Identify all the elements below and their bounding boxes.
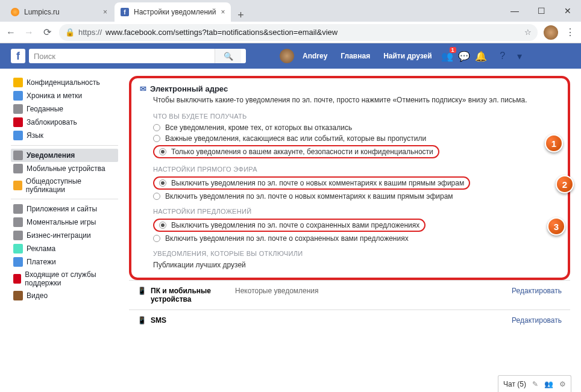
radio-live-on[interactable]: Включить уведомления по эл. почте о новы… <box>153 192 559 201</box>
sidebar-icon <box>13 217 23 227</box>
browser-tabstrip: Lumpics.ru × f Настройки уведомлений × +… <box>0 0 581 22</box>
sidebar-item[interactable]: Хроника и метки <box>11 89 118 102</box>
sidebar-label: Видео <box>27 291 48 300</box>
sidebar-item[interactable]: Мобильные устройства <box>11 162 118 175</box>
gear-icon[interactable]: ⚙ <box>559 380 566 388</box>
sidebar-label: Мобильные устройства <box>27 164 105 173</box>
setting-row: 📱 ПК и мобильные устройства Некоторые ув… <box>129 280 570 310</box>
sidebar: КонфиденциальностьХроника и меткиГеоданн… <box>11 76 118 331</box>
radio-account-only[interactable]: Только уведомления о вашем аккаунте, без… <box>153 145 559 158</box>
user-name[interactable]: Andrey <box>298 52 332 60</box>
close-icon[interactable]: × <box>103 8 107 16</box>
badge-count: 1 <box>450 47 456 53</box>
sidebar-label: Моментальные игры <box>27 218 96 226</box>
row-icon: 📱 <box>137 316 147 325</box>
sidebar-item[interactable]: Конфиденциальность <box>11 76 118 89</box>
maximize-button[interactable]: ☐ <box>528 0 554 22</box>
bell-icon[interactable]: 🔔 <box>474 49 488 63</box>
subhead-live: НАСТРОЙКИ ПРЯМОГО ЭФИРА <box>153 166 559 173</box>
sidebar-label: Бизнес-интеграции <box>27 231 91 240</box>
tab-title: Lumpics.ru <box>24 8 60 16</box>
marker-1: 1 <box>545 134 563 152</box>
sidebar-item[interactable]: Моментальные игры <box>11 216 118 229</box>
email-settings-panel: ✉ Электронный адрес Чтобы выключить каки… <box>129 76 570 280</box>
row-label: ПК и мобильные устройства <box>151 287 235 303</box>
close-window-button[interactable]: ✕ <box>554 0 581 22</box>
bookmark-icon[interactable]: ☆ <box>524 28 532 37</box>
sidebar-icon <box>13 151 23 160</box>
nav-home[interactable]: Главная <box>336 52 375 60</box>
minimize-button[interactable]: — <box>501 0 528 22</box>
forward-icon[interactable]: → <box>23 27 35 38</box>
sidebar-item[interactable]: Видео <box>11 289 118 302</box>
row-value: Некоторые уведомления <box>235 287 512 295</box>
sidebar-icon <box>13 244 23 254</box>
new-tab-button[interactable]: + <box>232 9 249 22</box>
sidebar-icon <box>13 291 23 300</box>
sidebar-item[interactable]: Геоданные <box>11 102 118 116</box>
address-bar[interactable]: 🔒 https://www.facebook.com/settings?tab=… <box>59 24 538 41</box>
url-text: www.facebook.com/settings?tab=notificati… <box>105 28 338 37</box>
fb-logo[interactable]: f <box>11 49 25 63</box>
sidebar-item[interactable]: Уведомления <box>11 149 118 162</box>
sidebar-item[interactable]: Приложения и сайты <box>11 202 118 216</box>
content: КонфиденциальностьХроника и меткиГеоданн… <box>0 69 581 338</box>
back-icon[interactable]: ← <box>5 27 17 38</box>
radio-live-off[interactable]: Выключить уведомления по эл. почте о нов… <box>153 176 559 190</box>
marker-3: 3 <box>547 217 565 235</box>
friends-icon[interactable]: 👥1 <box>441 49 454 63</box>
setting-row: 📱 SMS Редактировать <box>129 310 570 331</box>
fb-search[interactable]: Поиск 🔍 <box>29 49 246 63</box>
lock-icon: 🔒 <box>65 28 75 37</box>
menu-icon[interactable]: ⋮ <box>564 26 576 38</box>
row-label: SMS <box>151 316 235 325</box>
close-icon[interactable]: × <box>221 8 225 16</box>
tab-facebook[interactable]: f Настройки уведомлений × <box>115 2 231 22</box>
sidebar-item[interactable]: Общедоступные публикации <box>11 175 118 196</box>
edit-link[interactable]: Редактировать <box>512 316 562 325</box>
sidebar-icon <box>13 131 23 140</box>
nav-friends[interactable]: Найти друзей <box>378 52 436 60</box>
url-bar: ← → ⟳ 🔒 https://www.facebook.com/setting… <box>0 22 581 43</box>
main: ✉ Электронный адрес Чтобы выключить каки… <box>129 76 570 331</box>
sidebar-item[interactable]: Бизнес-интеграции <box>11 229 118 242</box>
sidebar-label: Входящие от службы поддержки <box>25 270 116 287</box>
sidebar-item[interactable]: Входящие от службы поддержки <box>11 269 118 289</box>
sidebar-item[interactable]: Платежи <box>11 255 118 269</box>
mail-icon: ✉ <box>140 84 146 93</box>
sidebar-item[interactable]: Язык <box>11 129 118 142</box>
profile-avatar[interactable] <box>544 25 558 40</box>
chat-bar[interactable]: Чат (5) ✎ 👥 ⚙ <box>498 375 571 392</box>
people-icon[interactable]: 👥 <box>544 380 553 388</box>
window-controls: — ☐ ✕ <box>501 0 581 22</box>
compose-icon[interactable]: ✎ <box>532 380 538 388</box>
tab-lumpics[interactable]: Lumpics.ru × <box>5 2 113 22</box>
reload-icon[interactable]: ⟳ <box>41 26 53 38</box>
edit-link[interactable]: Редактировать <box>512 287 562 295</box>
sidebar-label: Хроника и метки <box>27 92 82 100</box>
url-prefix: https:// <box>78 28 102 37</box>
messenger-icon[interactable]: 💬 <box>457 49 471 63</box>
tab-title: Настройки уведомлений <box>134 8 216 16</box>
dropdown-icon[interactable]: ▾ <box>513 49 526 63</box>
sidebar-icon <box>13 78 23 87</box>
sidebar-icon <box>13 231 23 240</box>
sidebar-label: Платежи <box>27 258 56 266</box>
radio-all[interactable]: Все уведомления, кроме тех, от которых в… <box>153 123 559 132</box>
sidebar-label: Заблокировать <box>27 118 77 126</box>
search-placeholder: Поиск <box>34 52 55 61</box>
radio-offers-on[interactable]: Включить уведомления по эл. почте о сохр… <box>153 234 559 243</box>
radio-offers-off[interactable]: Выключить уведомления по эл. почте о сох… <box>153 219 559 232</box>
sidebar-item[interactable]: Заблокировать <box>11 116 118 129</box>
sidebar-label: Язык <box>27 131 43 140</box>
search-icon[interactable]: 🔍 <box>215 49 241 63</box>
help-icon[interactable]: ? <box>496 49 509 63</box>
sidebar-label: Геоданные <box>27 105 63 113</box>
user-avatar[interactable] <box>280 49 294 63</box>
subhead-offers: НАСТРОЙКИ ПРЕДЛОЖЕНИЙ <box>153 208 559 215</box>
sidebar-label: Приложения и сайты <box>27 205 97 213</box>
sidebar-label: Реклама <box>27 244 55 253</box>
radio-important[interactable]: Важные уведомления, касающиеся вас или с… <box>153 134 559 143</box>
sidebar-item[interactable]: Реклама <box>11 242 118 255</box>
fb-header: f Поиск 🔍 Andrey Главная Найти друзей 👥1… <box>0 43 581 69</box>
